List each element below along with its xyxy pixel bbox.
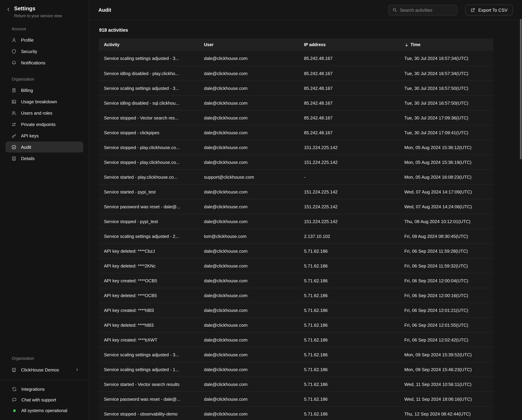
search-input[interactable] xyxy=(400,8,453,13)
table-row[interactable]: Service started - Vector search resultsd… xyxy=(99,377,493,391)
cell-time: Tue, 30 Jul 2024 16:57:50(UTC) xyxy=(399,86,493,91)
table-row[interactable]: Service stopped - play.clickhouse.co...d… xyxy=(99,155,493,169)
cell-activity: API key deleted: ****hBl3 xyxy=(99,322,199,327)
cell-time: Wed, 11 Sep 2024 10:56:11(UTC) xyxy=(399,382,493,387)
table-row[interactable]: API key created: ****OCB5dale@clickhouse… xyxy=(99,273,493,288)
key-icon xyxy=(11,133,16,138)
sidebar-item-label: Usage breakdown xyxy=(21,99,57,104)
cell-user: support@clickhouse.com xyxy=(199,174,299,179)
sidebar-item-security[interactable]: Security xyxy=(6,46,83,57)
cell-time: Tue, 30 Jul 2024 17:09:36(UTC) xyxy=(399,115,493,120)
cell-activity: Service scaling settings adjusted - 2... xyxy=(99,233,199,239)
table-row[interactable]: Service stopped - play.clickhouse.co...d… xyxy=(99,140,493,155)
cell-activity: API key deleted: ****2KNc xyxy=(99,263,199,268)
org-switcher[interactable]: ClickHouse Demos xyxy=(6,364,83,376)
building-icon xyxy=(11,156,16,161)
cell-ip: - xyxy=(299,174,399,179)
export-csv-button[interactable]: Export To CSV xyxy=(465,4,513,16)
cell-activity: Service stopped - pypi_test xyxy=(99,219,199,224)
sidebar-bottom: Organization ClickHouse Demos Integratio… xyxy=(0,347,89,420)
table-row[interactable]: Service stopped - clickpipesdale@clickho… xyxy=(99,125,493,140)
sidebar-title-block: Settings Return to your service view xyxy=(14,6,62,18)
table-row[interactable]: API key deleted: ****hBl3dale@clickhouse… xyxy=(99,317,493,332)
search-box[interactable] xyxy=(388,5,457,15)
sidebar-item-users-and-roles[interactable]: Users and roles xyxy=(6,107,83,118)
section-title: Audit xyxy=(98,7,111,13)
table-row[interactable]: API key created: ****hBl3dale@clickhouse… xyxy=(99,303,493,317)
table-row[interactable]: Service scaling settings adjusted - 3...… xyxy=(99,81,493,95)
cell-activity: Service scaling settings adjusted - 3... xyxy=(99,56,199,61)
cell-activity: Service idling disabled - sql.clickhou..… xyxy=(99,100,199,106)
org-section-label: Organization xyxy=(0,356,89,360)
cell-time: Wed, 11 Sep 2024 18:06:16(UTC) xyxy=(399,397,493,402)
scrollbar-thumb[interactable] xyxy=(520,19,522,159)
table-row[interactable]: API key deleted: ****2KNcdale@clickhouse… xyxy=(99,258,493,273)
cell-ip: 5.71.62.186 xyxy=(299,367,399,372)
back-button[interactable] xyxy=(6,7,11,12)
sidebar-item-profile[interactable]: Profile xyxy=(6,34,83,46)
sidebar-item-billing[interactable]: Billing xyxy=(6,85,83,96)
sidebar-item-audit[interactable]: Audit xyxy=(6,141,83,153)
table-row[interactable]: Service scaling settings adjusted - 1...… xyxy=(99,362,493,377)
table-row[interactable]: API key deleted: ****CbzJdale@clickhouse… xyxy=(99,243,493,258)
table-row[interactable]: API key created: ****bXWTdale@clickhouse… xyxy=(99,332,493,347)
cell-ip: 5.71.62.186 xyxy=(299,278,399,283)
column-header-ip-address[interactable]: IP address xyxy=(299,42,399,47)
cell-ip: 5.71.62.186 xyxy=(299,293,399,298)
footer-item-chat-with-support[interactable]: Chat with support xyxy=(0,395,89,405)
table-row[interactable]: Service stopped - pypi_testdale@clickhou… xyxy=(99,214,493,229)
cell-time: Tue, 30 Jul 2024 16:57:50(UTC) xyxy=(399,100,493,106)
cell-user: dale@clickhouse.com xyxy=(199,56,299,61)
table-row[interactable]: Service idling disabled - sql.clickhou..… xyxy=(99,95,493,110)
sidebar-item-label: Billing xyxy=(21,88,33,93)
sidebar-item-label: Security xyxy=(21,49,37,54)
cell-time: Tue, 30 Jul 2024 17:09:41(UTC) xyxy=(399,130,493,135)
footer-item-all-systems-operational[interactable]: All systems operational xyxy=(0,405,89,416)
cell-activity: API key deleted: ****OCB5 xyxy=(99,293,199,298)
sidebar-item-details[interactable]: Details xyxy=(6,153,83,164)
sidebar-item-api-keys[interactable]: API keys xyxy=(6,130,83,141)
table-row[interactable]: API key deleted: ****OCB5dale@clickhouse… xyxy=(99,288,493,303)
cell-time: Mon, 05 Aug 2024 15:36:12(UTC) xyxy=(399,145,493,150)
footer-item-label: Integrations xyxy=(21,387,45,392)
cell-user: tom@clickhouse.com xyxy=(199,233,299,239)
cell-ip: 5.71.62.186 xyxy=(299,352,399,357)
sidebar-header: Settings Return to your service view xyxy=(0,0,89,18)
cell-activity: Service started - pypi_test xyxy=(99,189,199,194)
table-row[interactable]: Service scaling settings adjusted - 3...… xyxy=(99,51,493,66)
sidebar-item-private-endpoints[interactable]: Private endpoints xyxy=(6,119,83,130)
cell-time: Mon, 05 Aug 2024 16:08:23(UTC) xyxy=(399,174,493,179)
sidebar-item-notifications[interactable]: Notifications xyxy=(6,57,83,68)
table-row[interactable]: Service password was reset - dale@...dal… xyxy=(99,391,493,406)
chevron-left-icon xyxy=(6,7,11,12)
cell-activity: Service stopped - observability-demo xyxy=(99,411,199,416)
cell-time: Wed, 07 Aug 2024 14:24:06(UTC) xyxy=(399,204,493,209)
column-header-label: Activity xyxy=(104,42,119,47)
table-header: ActivityUserIP addressTime xyxy=(99,39,493,51)
footer-item-integrations[interactable]: Integrations xyxy=(0,384,89,395)
users-icon xyxy=(11,110,16,116)
table-row[interactable]: Service password was reset - dale@...dal… xyxy=(99,199,493,214)
user-icon xyxy=(11,37,16,43)
table-row[interactable]: Service stopped - observability-demodale… xyxy=(99,406,493,420)
sidebar-item-usage-breakdown[interactable]: Usage breakdown xyxy=(6,96,83,107)
table-row[interactable]: Service idling disabled - play.clickho..… xyxy=(99,66,493,81)
table-row[interactable]: Service stopped - Vector search res...da… xyxy=(99,110,493,125)
cell-ip: 151.224.225.142 xyxy=(299,145,399,150)
column-header-time[interactable]: Time xyxy=(399,42,493,47)
column-header-user[interactable]: User xyxy=(199,42,299,47)
column-header-activity[interactable]: Activity xyxy=(99,42,199,47)
table-row[interactable]: Service scaling settings adjusted - 2...… xyxy=(99,229,493,243)
endpoints-icon xyxy=(11,122,16,127)
cell-user: dale@clickhouse.com xyxy=(199,145,299,150)
table-row[interactable]: Service started - pypi_testdale@clickhou… xyxy=(99,184,493,199)
table-row[interactable]: Service started - play.clickhouse.co...s… xyxy=(99,169,493,184)
integrations-icon xyxy=(12,387,17,392)
cell-user: dale@clickhouse.com xyxy=(199,189,299,194)
cell-user: dale@clickhouse.com xyxy=(199,86,299,91)
chat-icon xyxy=(12,397,17,403)
table-row[interactable]: Service scaling settings adjusted - 3...… xyxy=(99,347,493,362)
cell-user: dale@clickhouse.com xyxy=(199,337,299,342)
return-link[interactable]: Return to your service view xyxy=(14,14,62,18)
cell-activity: API key created: ****OCB5 xyxy=(99,278,199,283)
